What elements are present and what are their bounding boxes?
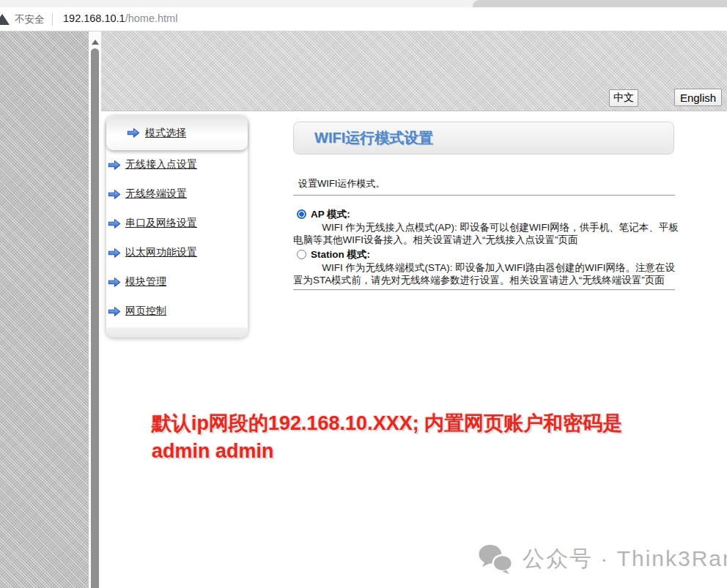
not-secure-warning-icon[interactable] bbox=[0, 14, 10, 25]
arrow-icon bbox=[108, 248, 121, 258]
page-body: 中文 English 模式选择 无线接入点设置 无线终端设置 串口及网络设置 bbox=[0, 31, 727, 588]
sidebar-item-ethernet[interactable]: 以太网功能设置 bbox=[106, 238, 248, 267]
sidebar-menu: 模式选择 无线接入点设置 无线终端设置 串口及网络设置 以太网功能设置 模块管理 bbox=[106, 116, 248, 338]
mode-options: AP 模式: WIFI 作为无线接入点模式(AP): 即设备可以创建WIFI网络… bbox=[293, 208, 679, 289]
annotation-line1: 默认ip网段的192.168.10.XXX; 内置网页账户和密码是 bbox=[152, 409, 622, 437]
arrow-icon bbox=[108, 218, 121, 229]
ap-mode-row[interactable]: AP 模式: bbox=[297, 208, 679, 220]
wechat-icon bbox=[478, 544, 513, 574]
browser-tab-strip bbox=[0, 0, 727, 7]
not-secure-label[interactable]: 不安全 bbox=[15, 13, 45, 26]
arrow-icon bbox=[108, 306, 121, 317]
divider bbox=[293, 195, 675, 196]
sidebar-item-label[interactable]: 以太网功能设置 bbox=[125, 246, 197, 259]
chinese-language-button[interactable]: 中文 bbox=[609, 89, 638, 107]
url-text[interactable]: 192.168.10.1/home.html bbox=[63, 12, 177, 24]
page-title: WIFI运行模式设置 bbox=[314, 128, 433, 148]
sidebar-item-module-mgmt[interactable]: 模块管理 bbox=[106, 267, 248, 297]
annotation-text: 默认ip网段的192.168.10.XXX; 内置网页账户和密码是 admin … bbox=[152, 409, 622, 465]
divider bbox=[293, 289, 675, 291]
ap-mode-radio[interactable] bbox=[297, 209, 306, 219]
sidebar-item-label[interactable]: 模块管理 bbox=[125, 275, 166, 289]
arrow-icon bbox=[127, 127, 140, 138]
ap-mode-description: WIFI 作为无线接入点模式(AP): 即设备可以创建WIFI网络，供手机、笔记… bbox=[293, 221, 679, 246]
sidebar-item-label[interactable]: 无线接入点设置 bbox=[125, 158, 197, 171]
sidebar-item-label[interactable]: 网页控制 bbox=[125, 305, 166, 318]
station-mode-row[interactable]: Station 模式: bbox=[297, 248, 679, 261]
arrow-icon bbox=[108, 160, 121, 171]
vertical-scrollbar[interactable] bbox=[89, 31, 101, 588]
scrollbar-up-arrow-icon[interactable] bbox=[92, 40, 99, 45]
sidebar-item-wireless-ap[interactable]: 无线接入点设置 bbox=[106, 150, 248, 179]
screen: 不安全 192.168.10.1/home.html 中文 English 模式… bbox=[0, 0, 727, 588]
station-mode-radio[interactable] bbox=[297, 250, 306, 259]
browser-tab-edge[interactable] bbox=[473, 0, 727, 7]
station-mode-description: WIFI 作为无线终端模式(STA): 即设备加入WIFI路由器创建的WIFI网… bbox=[293, 261, 679, 286]
browser-address-bar[interactable]: 不安全 192.168.10.1/home.html bbox=[0, 7, 727, 31]
english-language-button[interactable]: English bbox=[674, 89, 722, 106]
station-mode-label: Station 模式: bbox=[311, 248, 370, 261]
sidebar-item-mode-select[interactable]: 模式选择 bbox=[106, 116, 248, 150]
sidebar-menu-bottom-cap bbox=[106, 327, 248, 338]
left-texture-panel bbox=[0, 31, 89, 588]
watermark: 公众号 · Think3Ran bbox=[478, 544, 727, 574]
ap-mode-label: AP 模式: bbox=[311, 208, 350, 221]
sidebar-item-label[interactable]: 无线终端设置 bbox=[125, 187, 187, 201]
sidebar-item-label[interactable]: 串口及网络设置 bbox=[125, 217, 197, 230]
url-host: 192.168.10.1 bbox=[63, 12, 125, 24]
sidebar-item-web-control[interactable]: 网页控制 bbox=[106, 297, 248, 326]
content-header-card: WIFI运行模式设置 bbox=[293, 122, 674, 155]
intro-text: 设置WIFI运作模式。 bbox=[298, 177, 385, 190]
url-path: /home.html bbox=[125, 12, 178, 24]
arrow-icon bbox=[108, 189, 121, 200]
sidebar-item-wireless-sta[interactable]: 无线终端设置 bbox=[106, 179, 248, 209]
address-bar-divider bbox=[52, 13, 53, 26]
arrow-icon bbox=[108, 277, 121, 288]
sidebar-item-label[interactable]: 模式选择 bbox=[145, 127, 186, 140]
sidebar-item-serial-network[interactable]: 串口及网络设置 bbox=[106, 209, 248, 238]
annotation-line2: admin admin bbox=[152, 437, 622, 465]
scrollbar-thumb[interactable] bbox=[91, 48, 99, 588]
watermark-text: 公众号 · Think3Ran bbox=[523, 544, 727, 574]
